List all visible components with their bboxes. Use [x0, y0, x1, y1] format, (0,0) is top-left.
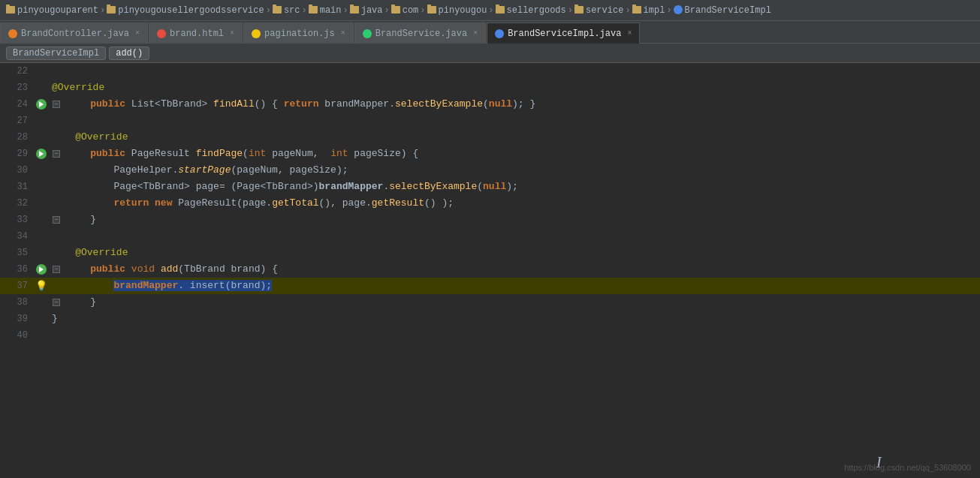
breadcrumb-item-2[interactable]: pinyougousellergoodsservice	[118, 5, 264, 16]
breadcrumb-folder-icon-4	[309, 6, 318, 14]
tab-icon-brand-service	[363, 29, 372, 38]
breadcrumb-folder-icon-1	[6, 6, 15, 14]
code-content-38: }	[64, 294, 980, 311]
line-num-22: 22	[0, 66, 34, 77]
line-num-40: 40	[0, 330, 34, 341]
breadcrumb-item-9[interactable]: service	[586, 5, 623, 16]
code-area[interactable]: 22 23 @Override 24 − public List<TbBrand…	[0, 63, 980, 478]
code-line-31: 31 Page<TbBrand> page= (Page<TbBrand>)br…	[0, 179, 980, 195]
line-num-29: 29	[0, 149, 34, 159]
line-num-27: 27	[0, 116, 34, 126]
run-icon-29[interactable]	[36, 149, 47, 159]
line-num-35: 35	[0, 248, 34, 258]
code-line-39: 39 }	[0, 311, 980, 327]
breadcrumb-folder-icon-6	[391, 6, 400, 14]
code-line-36: 36 − public void add(TbBrand brand) {	[0, 261, 980, 278]
line-num-31: 31	[0, 182, 34, 192]
tab-icon-brand-controller	[8, 29, 17, 38]
fold-icon-24[interactable]: −	[53, 101, 60, 108]
breadcrumb-item-4[interactable]: main	[320, 5, 342, 16]
code-line-22: 22	[0, 63, 980, 80]
tab-close-brand-service-impl[interactable]: ×	[627, 29, 632, 38]
line-num-34: 34	[0, 231, 34, 242]
tab-close-brand-service[interactable]: ×	[473, 29, 478, 38]
gutter-37: 💡	[34, 281, 49, 291]
line-num-39: 39	[0, 314, 34, 324]
breadcrumb-bar: pinyougouparent › pinyougousellergoodsse…	[0, 0, 980, 21]
code-content-29: public PageResult findPage(int pageNum, …	[64, 146, 980, 162]
line-num-37: 37	[0, 281, 34, 291]
breadcrumb-folder-icon-7	[427, 6, 436, 14]
code-line-24: 24 − public List<TbBrand> findAll() { re…	[0, 96, 980, 113]
code-line-40: 40	[0, 327, 980, 344]
tab-bar: BrandController.java × brand.html × pagi…	[0, 21, 980, 44]
code-line-35: 35 @Override	[0, 245, 980, 261]
tab-icon-pagination-js	[252, 29, 261, 38]
fold-icon-29[interactable]: −	[53, 150, 60, 158]
tab-close-brand-controller[interactable]: ×	[135, 29, 140, 38]
code-line-33: 33 − }	[0, 212, 980, 228]
tab-label-brand-service-impl: BrandServiceImpl.java	[508, 29, 621, 39]
line-num-36: 36	[0, 264, 34, 275]
tab-brand-html[interactable]: brand.html ×	[149, 23, 243, 44]
lightbulb-icon-37[interactable]: 💡	[36, 281, 47, 291]
line-num-28: 28	[0, 132, 34, 143]
breadcrumb-item-5[interactable]: java	[361, 5, 383, 16]
code-content-36: public void add(TbBrand brand) {	[64, 261, 980, 278]
run-icon-36[interactable]	[36, 264, 47, 275]
fold-gutter-29: −	[49, 150, 64, 158]
run-icon-24[interactable]	[36, 99, 47, 110]
breadcrumb-folder-icon-5	[350, 6, 359, 14]
tab-label-brand-controller: BrandController.java	[21, 29, 129, 39]
breadcrumb-folder-icon-8	[496, 6, 505, 14]
code-content-24: public List<TbBrand> findAll() { return …	[64, 96, 980, 113]
code-line-23: 23 @Override	[0, 80, 980, 96]
code-line-27: 27	[0, 113, 980, 129]
tab-icon-brand-html	[157, 29, 166, 38]
editor-container: 22 23 @Override 24 − public List<TbBrand…	[0, 63, 980, 478]
breadcrumb-item-1[interactable]: pinyougouparent	[17, 5, 98, 16]
fold-gutter-36: −	[49, 266, 64, 273]
breadcrumb-item-8[interactable]: sellergoods	[507, 5, 566, 16]
tab-close-brand-html[interactable]: ×	[230, 29, 234, 38]
line-num-23: 23	[0, 83, 34, 93]
fold-gutter-33: −	[49, 216, 64, 224]
code-line-29: 29 − public PageResult findPage(int page…	[0, 146, 980, 162]
code-content-35: @Override	[49, 245, 980, 261]
code-content-33: }	[64, 212, 980, 228]
line-num-24: 24	[0, 99, 34, 110]
code-line-37: 37 💡 brandMapper. insert(brand);	[0, 278, 980, 294]
tab-brand-service-impl[interactable]: BrandServiceImpl.java ×	[487, 23, 640, 44]
breadcrumb-item-7[interactable]: pinyougou	[439, 5, 487, 16]
tab-close-pagination-js[interactable]: ×	[341, 29, 345, 38]
code-line-30: 30 PageHelper.startPage(pageNum, pageSiz…	[0, 162, 980, 179]
fold-icon-33[interactable]: −	[53, 216, 60, 224]
breadcrumb-folder-icon-2	[107, 6, 116, 14]
breadcrumb-folder-icon-9	[574, 6, 583, 14]
class-chip[interactable]: BrandServiceImpl	[6, 47, 106, 60]
tab-brand-controller[interactable]: BrandController.java ×	[0, 23, 148, 44]
breadcrumb-item-6[interactable]: com	[403, 5, 419, 16]
tab-brand-service[interactable]: BrandService.java ×	[354, 23, 486, 44]
code-content-39: }	[49, 311, 980, 327]
fold-gutter-24: −	[49, 101, 64, 108]
breadcrumb-item-3[interactable]: src	[284, 5, 300, 16]
method-chip[interactable]: add()	[109, 47, 149, 60]
fold-icon-36[interactable]: −	[53, 266, 60, 273]
code-line-38: 38 − }	[0, 294, 980, 311]
breadcrumb-item-11[interactable]: BrandServiceImpl	[685, 5, 771, 16]
code-line-28: 28 @Override	[0, 129, 980, 146]
gutter-24	[34, 99, 49, 110]
gutter-36	[34, 264, 49, 275]
code-content-30: PageHelper.startPage(pageNum, pageSize);	[64, 162, 980, 179]
method-bar: BrandServiceImpl add()	[0, 44, 980, 63]
breadcrumb-folder-icon-10	[632, 6, 641, 14]
breadcrumb-item-10[interactable]: impl	[644, 5, 665, 16]
fold-icon-38[interactable]: −	[53, 299, 60, 306]
tab-label-brand-service: BrandService.java	[375, 29, 467, 39]
code-content-32: return new PageResult(page.getTotal(), p…	[64, 195, 980, 212]
tab-pagination-js[interactable]: pagination.js ×	[243, 23, 354, 44]
tab-label-pagination-js: pagination.js	[264, 29, 335, 39]
tab-icon-brand-service-impl	[495, 29, 504, 38]
breadcrumb-class-icon	[674, 5, 683, 14]
